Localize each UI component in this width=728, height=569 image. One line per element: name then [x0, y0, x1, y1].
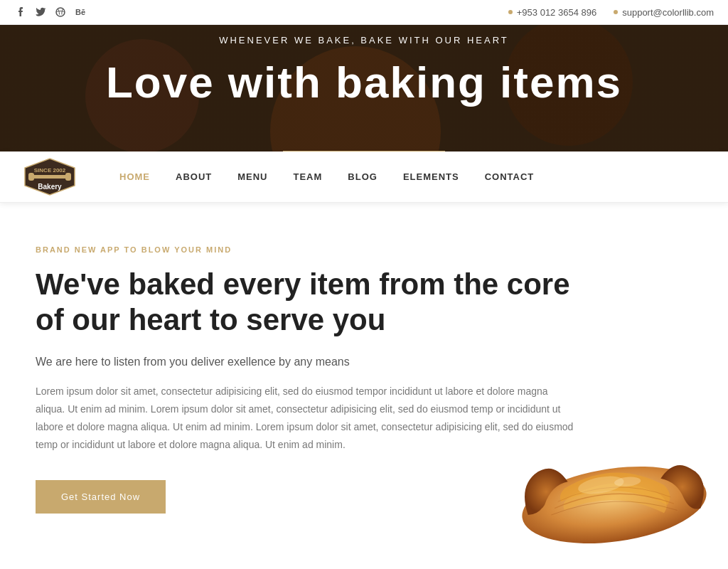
nav-item-blog[interactable]: BLOG [335, 151, 390, 203]
twitter-icon[interactable] [34, 6, 47, 18]
logo-badge: SINCE 2002 Bakery [21, 157, 78, 196]
phone-number: +953 012 3654 896 [517, 7, 596, 18]
top-bar-left: Bē [14, 6, 87, 18]
facebook-icon[interactable] [14, 6, 27, 18]
sub-heading: We are here to listen from you deliver e… [36, 356, 576, 368]
svg-text:SINCE 2002: SINCE 2002 [34, 167, 66, 174]
svg-text:Bakery: Bakery [38, 183, 62, 191]
top-bar-contact-info: +953 012 3654 896 support@colorllib.com [508, 7, 714, 18]
nav-item-team[interactable]: TEAM [281, 151, 336, 203]
svg-point-0 [56, 8, 65, 16]
content-section: BRAND NEW APP TO BLOW YOUR MIND We've ba… [0, 203, 728, 556]
svg-text:Bē: Bē [75, 8, 85, 16]
brand-label: BRAND NEW APP TO BLOW YOUR MIND [36, 245, 576, 254]
nav-item-elements[interactable]: ELEMENTS [390, 151, 472, 203]
get-started-button[interactable]: Get Started Now [36, 480, 166, 514]
dribbble-icon[interactable] [54, 6, 67, 18]
behance-icon[interactable]: Bē [74, 6, 87, 18]
main-heading: We've baked every item from the core of … [36, 267, 576, 339]
svg-rect-4 [28, 173, 34, 181]
navbar: SINCE 2002 Bakery HOME ABOUT MENU TEAM B… [0, 151, 728, 203]
hero-title: Love with baking items [106, 58, 622, 107]
croissant-image [515, 414, 714, 556]
email-contact: support@colorllib.com [614, 7, 714, 18]
nav-item-contact[interactable]: CONTACT [472, 151, 547, 203]
phone-dot [508, 10, 513, 14]
svg-rect-5 [65, 173, 71, 181]
nav-menu: HOME ABOUT MENU TEAM BLOG ELEMENTS CONTA… [107, 151, 547, 203]
content-left: BRAND NEW APP TO BLOW YOUR MIND We've ba… [36, 245, 576, 514]
nav-item-about[interactable]: ABOUT [163, 151, 225, 203]
hero-tagline: WHENEVER WE BAKE, BAKE WITH OUR HEART [219, 35, 509, 46]
social-icons: Bē [14, 6, 87, 18]
logo: SINCE 2002 Bakery [21, 157, 78, 196]
email-dot [614, 10, 618, 14]
body-text: Lorem ipsum dolor sit amet, consectetur … [36, 383, 576, 454]
email-address: support@colorllib.com [622, 7, 714, 18]
nav-item-home[interactable]: HOME [107, 151, 163, 203]
nav-item-menu[interactable]: MENU [225, 151, 280, 203]
svg-rect-3 [32, 175, 68, 179]
content-right [500, 357, 728, 556]
top-bar: Bē +953 012 3654 896 support@colorllib.c… [0, 0, 728, 25]
phone-contact: +953 012 3654 896 [508, 7, 596, 18]
